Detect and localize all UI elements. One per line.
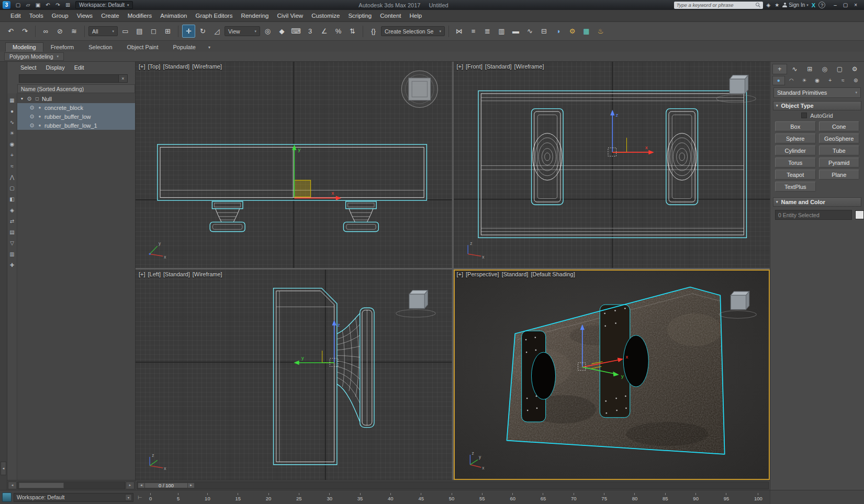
pin-explorer-icon[interactable]: ✚ (8, 260, 17, 271)
menu-item[interactable]: Group (48, 13, 73, 19)
viewport-shading-menu[interactable]: [Default Shading] (531, 271, 575, 277)
communication-center-icon[interactable]: ◈ (766, 2, 770, 8)
open-minitrack-icon[interactable]: ⊢ (138, 495, 145, 500)
plane-button[interactable]: Plane (819, 170, 860, 180)
scene-explorer-menu-item[interactable]: Display (41, 64, 70, 71)
menu-item[interactable]: Tools (25, 13, 48, 19)
close-button[interactable]: × (854, 2, 857, 8)
primitive-category-dropdown[interactable]: Standard Primitives ▾ (773, 87, 861, 98)
viewport-pov-menu[interactable]: [Top] (148, 63, 161, 70)
rendered-frame-icon[interactable]: ▦ (580, 25, 593, 38)
rubber-buffer-wireframe[interactable] (531, 109, 698, 205)
viewport-canvas-front[interactable]: z x (454, 62, 770, 268)
viewport-plus-menu[interactable]: [+] (457, 271, 464, 277)
concrete-block-wireframe[interactable] (158, 144, 427, 200)
viewport-top[interactable]: [+] [Top] [Standard] [Wireframe] (136, 62, 452, 268)
transform-gizmo[interactable]: z y (294, 320, 340, 366)
clear-search-icon[interactable]: × (119, 74, 128, 83)
select-and-link-icon[interactable]: ∞ (39, 25, 52, 38)
viewport-standard-menu[interactable]: [Standard] (163, 271, 190, 277)
expand-arrow-icon[interactable]: ▼ (19, 97, 25, 100)
transform-gizmo[interactable]: z x (608, 110, 654, 156)
display-tab-icon[interactable]: ▢ (833, 64, 847, 74)
select-and-scale-icon[interactable]: ◿ (210, 25, 223, 38)
viewport-shading-menu[interactable]: [Wireframe] (514, 63, 544, 70)
viewport-plus-menu[interactable]: [+] (457, 63, 464, 70)
unlink-selection-icon[interactable]: ⊘ (53, 25, 66, 38)
search-icon[interactable] (756, 2, 761, 8)
collapse-panel-arrow-icon[interactable]: ◂ (1, 462, 6, 475)
viewport-canvas-top[interactable]: y x (136, 62, 452, 268)
schematic-view-icon[interactable]: ⊟ (537, 25, 551, 38)
display-spacewarps-icon[interactable]: ≈ (8, 161, 17, 172)
tab-freeform[interactable]: Freeform (43, 42, 82, 52)
infocenter-search-input[interactable] (676, 2, 756, 8)
cone-button[interactable]: Cone (819, 121, 860, 131)
systems-category-icon[interactable]: ⊛ (849, 76, 862, 85)
undo-icon[interactable]: ↶ (4, 25, 17, 38)
rubber-buffer-wireframe[interactable] (337, 308, 374, 427)
object-color-swatch[interactable] (855, 210, 864, 219)
tab-object-paint[interactable]: Object Paint (120, 42, 166, 52)
torus-button[interactable]: Torus (775, 158, 816, 167)
teapot-button[interactable]: Teapot (775, 170, 816, 180)
selection-region-icon[interactable]: ◻ (147, 25, 160, 38)
material-editor-icon[interactable]: ◑ (552, 25, 565, 38)
sync-selection-icon[interactable]: ⇄ (8, 216, 17, 227)
geometry-category-icon[interactable]: ● (772, 76, 785, 85)
scene-explorer-menu-item[interactable]: Edit (70, 64, 89, 71)
select-by-name-icon[interactable]: ▤ (133, 25, 146, 38)
advanced-filter-icon[interactable]: ▽ (8, 238, 17, 249)
tab-selection[interactable]: Selection (81, 42, 119, 52)
help-icon[interactable]: ? (818, 2, 825, 8)
properties-sheet-icon[interactable]: ▤ (8, 227, 17, 238)
keyboard-override-icon[interactable]: ⌨ (289, 25, 302, 38)
configure-columns-icon[interactable]: ▥ (8, 249, 17, 260)
geosphere-button[interactable]: GeoSphere (819, 133, 860, 143)
viewport-plus-menu[interactable]: [+] (139, 63, 145, 70)
lock-selection-icon[interactable]: ◈ (8, 205, 17, 216)
favorites-star-icon[interactable]: ★ (775, 2, 779, 8)
percent-snap-icon[interactable]: % (332, 25, 345, 38)
viewport-standard-menu[interactable]: [Standard] (163, 63, 189, 70)
menu-item[interactable]: Modifiers (124, 13, 156, 19)
named-selection-sets-dropdown[interactable]: Create Selection Se▾ (381, 26, 445, 36)
object-name-field[interactable] (775, 210, 852, 220)
utilities-tab-icon[interactable]: ⚙ (847, 64, 862, 74)
column-header-name[interactable]: Name (Sorted Ascending) (17, 84, 135, 93)
tree-node-concrete-block[interactable]: ⊙ ● concrete_block (17, 103, 135, 112)
box-button[interactable]: Box (775, 121, 816, 131)
modify-tab-icon[interactable]: ∿ (788, 64, 802, 74)
current-frame-label[interactable]: 0 / 100 (145, 483, 187, 488)
scene-explorer-menu-item[interactable]: Select (16, 64, 41, 71)
viewport-left[interactable]: [+] [Left] [Standard] [Wireframe] (136, 270, 452, 480)
redo-icon[interactable]: ↷ (53, 1, 62, 9)
scrollbar-thumb[interactable] (19, 483, 64, 488)
infocenter-search[interactable] (674, 2, 763, 9)
viewport-pov-menu[interactable]: [Front] (466, 63, 483, 70)
scroll-left-icon[interactable]: ◂ (8, 481, 17, 489)
scene-explorer-toggle-icon[interactable]: ▥ (495, 25, 508, 38)
scene-explorer-hscrollbar[interactable]: ◂ ▸ (7, 480, 135, 490)
redo-icon[interactable]: ↷ (18, 25, 31, 38)
maximize-button[interactable]: ▢ (843, 2, 848, 8)
mirror-icon[interactable]: ⋈ (453, 25, 466, 38)
menu-item[interactable]: Views (73, 13, 97, 19)
open-file-icon[interactable]: ▱ (24, 1, 32, 9)
select-object-icon[interactable]: ▭ (119, 25, 132, 38)
menu-item[interactable]: Content (376, 13, 405, 19)
selection-filter-dropdown[interactable]: All▾ (88, 26, 118, 36)
time-slider-handle[interactable]: ◂ 0 / 100 ▸ (138, 483, 195, 488)
undo-icon[interactable]: ↶ (43, 1, 52, 9)
cameras-category-icon[interactable]: ◉ (811, 76, 824, 85)
concrete-block-wireframe[interactable] (274, 288, 337, 465)
select-and-rotate-icon[interactable]: ↻ (196, 25, 209, 38)
align-icon[interactable]: ≡ (467, 25, 480, 38)
new-scene-icon[interactable]: ▢ (14, 1, 23, 9)
viewport-pov-menu[interactable]: [Perspective] (466, 271, 499, 277)
menu-item[interactable]: Scripting (344, 13, 376, 19)
workspace-selector[interactable]: Workspace: Default ▾ (14, 493, 133, 502)
menu-item[interactable]: Animation (156, 13, 191, 19)
display-cameras-icon[interactable]: ◉ (8, 139, 17, 150)
viewport-perspective[interactable]: [+] [Perspective] [Standard] [Default Sh… (454, 270, 770, 480)
